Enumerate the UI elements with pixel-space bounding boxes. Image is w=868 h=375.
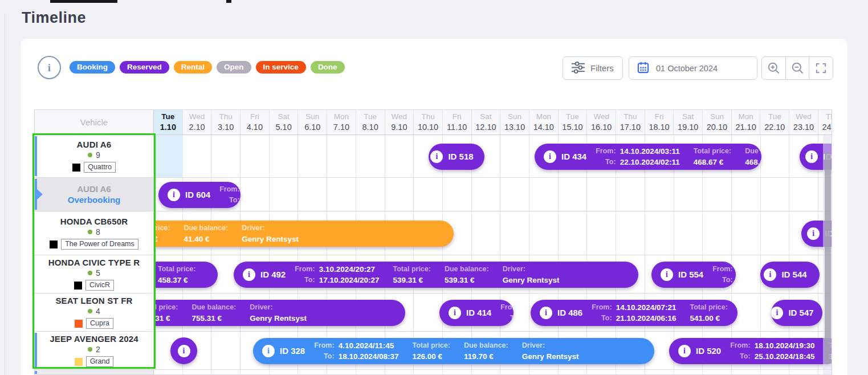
- reservation-bar[interactable]: iID 544: [760, 262, 820, 288]
- info-icon[interactable]: i: [262, 345, 275, 357]
- info-icon[interactable]: i: [430, 150, 443, 163]
- from-value: 3.10.2024/20:27: [319, 264, 380, 275]
- bar-id-label: ID 547: [788, 308, 813, 317]
- reservation-bar[interactable]: iID 434From:14.10.2024/03:11To:22.10.202…: [535, 144, 761, 170]
- day-date-label: 17.10: [620, 122, 641, 133]
- bar-field-value: 468.67 €: [745, 157, 761, 168]
- bar-field-value: 119.70 €: [464, 351, 508, 362]
- info-icon[interactable]: i: [771, 307, 783, 319]
- vehicle-cell[interactable]: HONDA CIVIC TYPE R5CivicR: [35, 255, 154, 293]
- to-label: To:: [730, 351, 750, 362]
- reservation-bar[interactable]: iID 604From:To:: [158, 182, 241, 208]
- timeline-row: JEEP AVENGER 20242GrandiiID 328From:4.10…: [35, 332, 832, 370]
- to-value: 17.10.2024/20:27: [319, 275, 380, 286]
- bar-field-value: 41.40 €: [184, 234, 228, 244]
- vertical-scrollbar-thumb[interactable]: [825, 152, 831, 364]
- row-timeline-area: iID 604From:To:: [154, 178, 832, 211]
- day-of-week-label: Sat: [278, 112, 289, 122]
- day-header-22.10: Tue22.10: [760, 110, 789, 134]
- reservation-bar[interactable]: iID 554From:To:: [651, 262, 736, 288]
- legend-badge-open[interactable]: Open: [217, 61, 251, 74]
- info-icon[interactable]: i: [243, 268, 255, 281]
- overbooking-label: Overbooking: [68, 195, 121, 205]
- reservation-bar[interactable]: iID 518: [429, 144, 484, 170]
- info-icon[interactable]: i: [544, 150, 556, 163]
- day-header-23.10: Wed23.10: [789, 110, 818, 134]
- bar-field-label: Total price:: [158, 264, 195, 275]
- info-icon[interactable]: i: [540, 307, 552, 319]
- info-icon[interactable]: i: [449, 307, 461, 319]
- grid-rows: AUDI A69QuattroiID 518iID 434From:14.10.…: [35, 135, 832, 375]
- rental-bar[interactable]: Total price:41.40 €Due balance:41.40 €Dr…: [154, 221, 454, 247]
- bar-field-value: 755.31 €: [154, 313, 178, 324]
- vehicle-cell[interactable]: [35, 370, 154, 375]
- day-date-label: 11.10: [447, 122, 467, 133]
- bar-field: Driver:Genry Rentsyst: [503, 264, 560, 286]
- legend-badge-booking[interactable]: Booking: [70, 61, 115, 74]
- info-icon[interactable]: i: [678, 345, 691, 357]
- vertical-scrollbar[interactable]: [823, 135, 832, 375]
- bar-field-label: Due balance:: [184, 223, 228, 234]
- bar-id-label: ID 518: [448, 152, 473, 161]
- filters-button[interactable]: Filters: [563, 56, 623, 80]
- day-header-4.10: Fri4.10: [241, 110, 270, 134]
- reservation-bar[interactable]: Total price:755.31 €Due balance:755.31 €…: [154, 300, 405, 326]
- vehicle-cell[interactable]: AUDI A69Quattro: [35, 135, 154, 177]
- to-label: To:: [500, 313, 514, 324]
- vehicle-tag-label: Cupra: [86, 318, 113, 329]
- bar-field: Driver:Genry Rentsyst: [522, 340, 579, 362]
- info-icon[interactable]: i: [178, 345, 190, 357]
- reservation-bar[interactable]: iID 486From:14.10.2024/07:21To:21.10.202…: [531, 300, 737, 326]
- bar-field: Total price:41.40 €: [154, 223, 170, 244]
- legend-badge-done[interactable]: Done: [311, 61, 345, 74]
- from-label: From:: [730, 340, 750, 351]
- date-picker[interactable]: 01 October 2024: [629, 56, 757, 80]
- reservation-bar[interactable]: iID 492From:3.10.2024/20:27To:17.10.2024…: [234, 262, 638, 288]
- booking-bar[interactable]: iID 328From:4.10.2024/11:45To:18.10.2024…: [253, 338, 654, 364]
- bar-from-to: From:3.10.2024/20:27To:17.10.2024/20:27: [295, 264, 379, 286]
- reservation-bar[interactable]: iID 414From:To:: [439, 300, 514, 326]
- legend-badge-reserved[interactable]: Reserved: [120, 61, 169, 74]
- zoom-out-button[interactable]: [785, 57, 809, 79]
- reservation-bar[interactable]: iID 520From:18.10.2024/19:30To:25.10.202…: [669, 338, 832, 364]
- info-icon[interactable]: i: [38, 56, 61, 79]
- filters-icon: [571, 61, 585, 76]
- vehicle-tag-label: Quattro: [84, 162, 116, 173]
- fullscreen-button[interactable]: [809, 57, 833, 79]
- day-date-label: 2.10: [189, 122, 205, 133]
- zoom-controls: [761, 56, 833, 80]
- to-label: To:: [592, 313, 612, 324]
- legend-badge-rental[interactable]: Rental: [174, 61, 212, 74]
- vehicle-cell[interactable]: AUDI A6Overbooking: [35, 178, 154, 211]
- day-header-24.10: Thu24.10: [818, 110, 832, 134]
- info-icon[interactable]: i: [805, 150, 818, 163]
- from-label: From:: [219, 184, 239, 195]
- browser-remnant-bar: [226, 0, 231, 3]
- today-column-highlight: [154, 135, 183, 177]
- day-date-label: 18.10: [649, 122, 669, 133]
- vehicle-tag: CivicR: [74, 280, 114, 291]
- vehicle-cell[interactable]: SEAT LEON ST FR4Cupra: [35, 294, 154, 331]
- timeline-row: SEAT LEON ST FR4CupraTotal price:755.31 …: [35, 294, 832, 332]
- legend-badge-in-service[interactable]: In service: [256, 61, 306, 74]
- info-icon[interactable]: i: [661, 268, 673, 281]
- info-icon[interactable]: i: [807, 227, 820, 240]
- day-header-19.10: Sat19.10: [674, 110, 703, 134]
- bar-from-to: From:To:: [500, 302, 514, 324]
- reservation-bar[interactable]: i: [170, 337, 197, 364]
- vehicle-name: HONDA CIVIC TYPE R: [48, 258, 140, 267]
- day-date-label: 3.10: [218, 122, 234, 133]
- zoom-in-button[interactable]: [762, 57, 785, 79]
- day-date-label: 8.10: [362, 122, 378, 133]
- info-icon[interactable]: i: [168, 189, 180, 201]
- row-timeline-area: iiID 328From:4.10.2024/11:45To:18.10.202…: [154, 332, 832, 369]
- info-icon[interactable]: i: [764, 268, 776, 281]
- day-header-3.10: Thu3.10: [211, 110, 241, 134]
- vehicle-cell[interactable]: HONDA CB650R8The Power of Dreams: [35, 211, 154, 255]
- reservation-bar[interactable]: Total price:458.37 €: [154, 262, 218, 288]
- bar-from-to: From:4.10.2024/11:45To:18.10.2024/08:37: [314, 340, 398, 362]
- reservation-bar[interactable]: iID 547: [771, 300, 822, 326]
- vehicle-cell[interactable]: JEEP AVENGER 20242Grand: [35, 332, 154, 369]
- bar-field: Driver:Genry Rentsyst: [242, 223, 299, 244]
- vehicle-column-header: Vehicle: [35, 110, 154, 134]
